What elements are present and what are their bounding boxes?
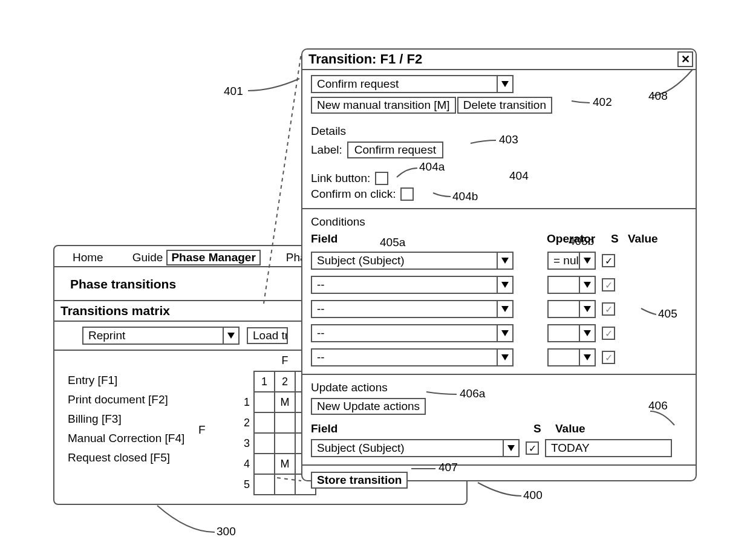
update-field-select[interactable]: Subject (Subject) [311, 439, 520, 457]
matrix-cell[interactable] [254, 474, 275, 495]
link-button-label: Link button: [311, 172, 370, 185]
matrix-cell[interactable] [254, 412, 275, 433]
callout-404b: 404b [452, 190, 478, 203]
list-item: Billing [F3] [68, 412, 184, 426]
condition-row: -- ✓ [311, 324, 690, 342]
condition-field-value: -- [312, 302, 497, 316]
upd-header-field: Field [311, 422, 533, 435]
matrix-cell[interactable] [254, 433, 275, 454]
callout-405: 405 [658, 307, 677, 321]
chevron-down-icon [579, 350, 595, 365]
callout-403: 403 [499, 133, 518, 146]
chevron-down-icon [497, 277, 512, 293]
list-item: Print document [F2] [68, 393, 184, 406]
delete-transition-button[interactable]: Delete transition [457, 97, 552, 114]
close-icon: ✕ [681, 53, 690, 66]
condition-row: -- ✓ [311, 348, 690, 366]
confirm-on-click-checkbox[interactable] [400, 187, 414, 201]
label-field[interactable]: Confirm request [347, 142, 443, 158]
condition-field-value: -- [312, 327, 497, 340]
condition-operator-select[interactable] [547, 300, 596, 318]
condition-field-select[interactable]: Subject (Subject) [311, 252, 514, 270]
dialog-title: Transition: F1 / F2 [308, 51, 422, 67]
condition-s-checkbox[interactable]: ✓ [602, 302, 615, 316]
condition-s-checkbox[interactable]: ✓ [602, 327, 615, 340]
cond-header-s: S [611, 232, 628, 246]
chevron-down-icon [503, 440, 518, 456]
phase-list: Entry [F1] Print document [F2] Billing [… [68, 374, 184, 464]
callout-400: 400 [523, 489, 543, 502]
condition-row: -- ✓ [311, 276, 690, 294]
workflow-select-value: Reprint [83, 329, 223, 342]
callout-406: 406 [648, 399, 668, 412]
chevron-down-icon [579, 277, 595, 293]
matrix-cell[interactable] [275, 474, 295, 495]
matrix-cell[interactable] [275, 412, 295, 433]
dialog-titlebar: Transition: F1 / F2 ✕ [302, 50, 696, 70]
workflow-select[interactable]: Reprint [82, 327, 240, 345]
condition-field-select[interactable]: -- [311, 276, 514, 294]
callout-402: 402 [593, 96, 612, 109]
menu-home[interactable]: Home [69, 250, 107, 265]
condition-field-value: -- [312, 278, 497, 291]
matrix-row-header: 2 [233, 412, 254, 433]
condition-operator-value: = null [549, 254, 579, 267]
matrix-col-header: 1 [254, 371, 275, 392]
callout-401: 401 [224, 85, 243, 98]
update-s-checkbox[interactable]: ✓ [526, 441, 539, 455]
callout-405b: 405b [569, 235, 594, 248]
condition-field-select[interactable]: -- [311, 300, 514, 318]
condition-s-checkbox[interactable]: ✓ [602, 351, 615, 364]
update-field-value: Subject (Subject) [312, 441, 503, 455]
matrix-cell[interactable] [275, 433, 295, 454]
callout-408: 408 [648, 90, 668, 103]
load-transitions-button[interactable]: Load tr [247, 327, 288, 344]
condition-operator-select[interactable] [547, 276, 596, 294]
menu-phase-manager[interactable]: Phase Manager [166, 250, 260, 265]
chevron-down-icon [497, 325, 512, 341]
condition-s-checkbox[interactable]: ✓ [602, 254, 615, 267]
matrix-cell[interactable]: M [275, 392, 295, 412]
condition-field-select[interactable]: -- [311, 324, 514, 342]
store-transition-button[interactable]: Store transition [311, 472, 408, 489]
chevron-down-icon [579, 253, 595, 269]
cond-header-field: Field [311, 232, 547, 246]
condition-row: -- ✓ [311, 300, 690, 318]
update-value-field[interactable]: TODAY [545, 439, 672, 457]
condition-field-select[interactable]: -- [311, 348, 514, 366]
condition-operator-select[interactable] [547, 348, 596, 366]
matrix-cell[interactable] [254, 392, 275, 412]
transition-name-value: Confirm request [312, 77, 497, 91]
menu-guide[interactable]: Guide [129, 250, 167, 265]
callout-407: 407 [439, 461, 458, 474]
callout-404: 404 [509, 169, 529, 183]
condition-row: Subject (Subject) = null ✓ [311, 252, 690, 270]
update-row: Subject (Subject) ✓ TODAY [311, 439, 690, 457]
transition-name-select[interactable]: Confirm request [311, 75, 514, 93]
condition-field-value: -- [312, 351, 497, 364]
list-item: Entry [F1] [68, 374, 184, 387]
callout-405a: 405a [380, 236, 405, 249]
matrix-row-header: 5 [233, 474, 254, 495]
chevron-down-icon [223, 328, 238, 343]
new-manual-transition-button[interactable]: New manual transition [M] [311, 97, 456, 114]
link-button-checkbox[interactable] [375, 172, 388, 185]
condition-operator-select[interactable]: = null [547, 252, 596, 270]
transition-dialog: Transition: F1 / F2 ✕ Confirm request Ne… [301, 48, 697, 481]
matrix-cell[interactable] [254, 454, 275, 474]
label-label: Label: [311, 143, 342, 157]
matrix-row-header: 1 [233, 392, 254, 412]
condition-operator-select[interactable] [547, 324, 596, 342]
close-button[interactable]: ✕ [677, 51, 693, 67]
condition-s-checkbox[interactable]: ✓ [602, 278, 615, 291]
callout-404a: 404a [419, 160, 445, 174]
conditions-heading: Conditions [311, 215, 690, 229]
matrix-row-header: 3 [233, 433, 254, 454]
list-item: Request closed [F5] [68, 451, 184, 464]
upd-header-s: S [533, 422, 555, 435]
new-update-actions-button[interactable]: New Update actions [311, 398, 426, 415]
chevron-down-icon [497, 350, 512, 365]
confirm-on-click-label: Confirm on click: [311, 187, 396, 201]
matrix-cell[interactable]: M [275, 454, 295, 474]
upd-header-value: Value [555, 422, 585, 435]
